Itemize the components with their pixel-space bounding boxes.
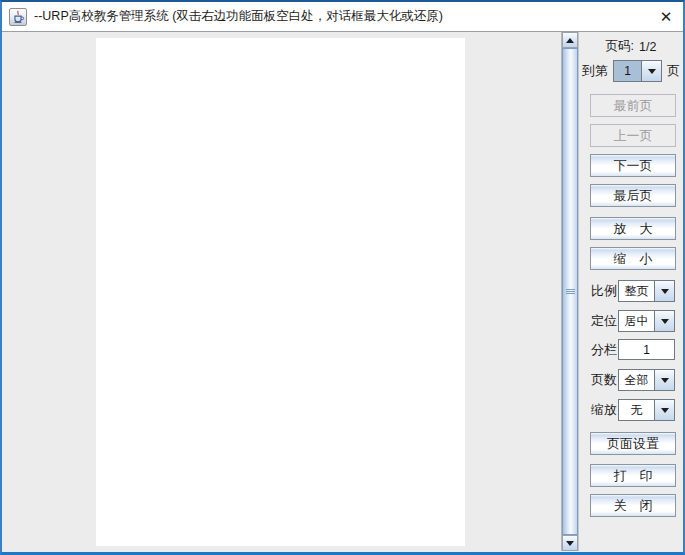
goto-page-value[interactable]: 1 [614,61,641,81]
position-combobox[interactable]: 居中 [618,310,675,332]
page-number-row: 页码: 1/2 [579,38,683,55]
goto-page-combobox[interactable]: 1 [613,60,662,82]
shrink-setting-row: 缩放 无 [579,399,683,421]
shrink-combobox[interactable]: 无 [618,399,675,421]
scroll-up-button[interactable] [562,32,578,48]
vertical-scrollbar[interactable] [561,32,578,551]
previous-page-button: 上一页 [590,124,676,147]
arrow-down-icon [566,541,574,546]
page-number-label: 页码: [606,38,634,55]
title-bar: --URP高校教务管理系统 (双击右边功能面板空白处，对话框最大化或还原) ✕ [2,2,683,32]
shrink-dropdown-button[interactable] [654,400,674,420]
goto-page-dropdown-button[interactable] [641,61,661,81]
pages-dropdown-button[interactable] [654,370,674,390]
page-number-value: 1/2 [639,40,656,54]
chevron-down-icon [648,69,656,74]
columns-input[interactable] [618,339,675,360]
shrink-value[interactable]: 无 [619,400,654,420]
position-label: 定位 [591,312,618,330]
java-app-icon [9,8,27,26]
zoom-in-button[interactable]: 放 大 [590,217,676,240]
position-value[interactable]: 居中 [619,311,654,331]
scroll-down-button[interactable] [562,535,578,551]
shrink-label: 缩放 [591,401,618,419]
chevron-down-icon [661,378,669,383]
position-dropdown-button[interactable] [654,311,674,331]
pages-setting-row: 页数 全部 [579,369,683,391]
preview-page-blank [96,38,465,546]
zoom-out-button[interactable]: 缩 小 [590,247,676,270]
scale-combobox[interactable]: 整页 [618,280,675,302]
next-page-button[interactable]: 下一页 [590,154,676,177]
pages-combobox[interactable]: 全部 [618,369,675,391]
close-dialog-button[interactable]: 关 闭 [590,494,676,517]
pages-label: 页数 [591,371,618,389]
coffee-cup-icon [11,10,25,24]
scale-setting-row: 比例 整页 [579,280,683,302]
print-preview-area [2,32,561,551]
last-page-button[interactable]: 最后页 [590,184,676,207]
position-setting-row: 定位 居中 [579,310,683,332]
control-panel[interactable]: 页码: 1/2 到第 1 页 最前页 上一页 下一页 最后页 放 大 缩 小 [578,32,683,551]
goto-page-row: 到第 1 页 [579,60,683,82]
scale-value[interactable]: 整页 [619,281,654,301]
goto-prefix-label: 到第 [582,62,608,80]
chevron-down-icon [661,289,669,294]
pages-value[interactable]: 全部 [619,370,654,390]
chevron-down-icon [661,408,669,413]
goto-suffix-label: 页 [667,62,680,80]
columns-setting-row: 分栏 [579,339,683,360]
dialog-content: 页码: 1/2 到第 1 页 最前页 上一页 下一页 最后页 放 大 缩 小 [2,32,683,551]
scrollbar-thumb[interactable] [562,48,578,535]
columns-label: 分栏 [591,341,618,359]
window-title: --URP高校教务管理系统 (双击右边功能面板空白处，对话框最大化或还原) [34,8,443,25]
scrollbar-track[interactable] [562,48,578,535]
scale-dropdown-button[interactable] [654,281,674,301]
scrollbar-grip-icon [566,291,575,292]
print-button[interactable]: 打 印 [590,464,676,487]
arrow-up-icon [566,38,574,43]
scale-label: 比例 [591,282,618,300]
print-preview-window: --URP高校教务管理系统 (双击右边功能面板空白处，对话框最大化或还原) ✕ … [0,0,685,555]
chevron-down-icon [661,319,669,324]
first-page-button: 最前页 [590,94,676,117]
page-setup-button[interactable]: 页面设置 [590,432,676,455]
close-window-button[interactable]: ✕ [649,3,683,31]
